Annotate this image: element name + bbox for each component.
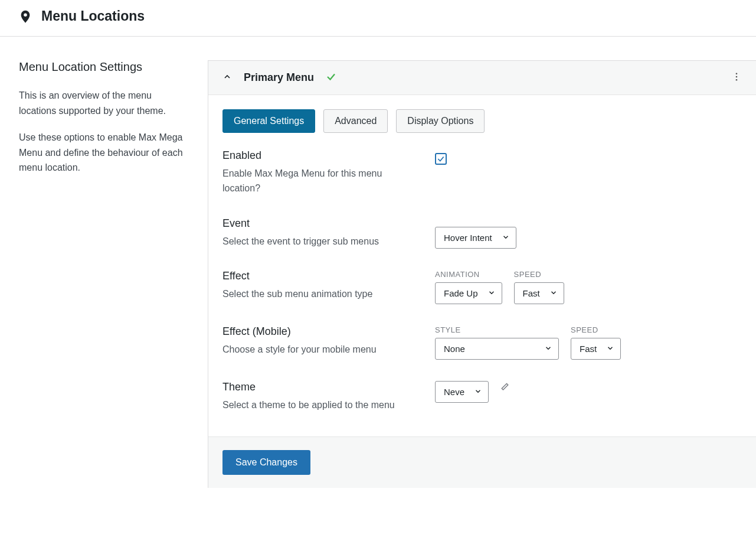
effect-speed-select[interactable]: Fast: [514, 282, 564, 304]
svg-point-3: [736, 79, 738, 81]
accordion-header[interactable]: Primary Menu: [208, 61, 756, 95]
theme-select[interactable]: Neve: [435, 381, 489, 403]
field-desc-theme: Select a theme to be applied to the menu: [222, 398, 417, 413]
field-desc-effect: Select the sub menu animation type: [222, 287, 417, 302]
speed-label: SPEED: [514, 270, 564, 279]
more-vertical-icon[interactable]: [731, 71, 742, 84]
event-select[interactable]: Hover Intent: [435, 227, 516, 249]
mobile-style-value: None: [444, 344, 465, 354]
location-pin-icon: [19, 10, 32, 23]
svg-point-1: [736, 73, 738, 74]
field-title-enabled: Enabled: [222, 149, 417, 162]
chevron-down-icon: [474, 387, 482, 397]
row-enabled: Enabled Enable Max Mega Menu for this me…: [222, 149, 742, 196]
svg-point-0: [24, 13, 27, 17]
check-icon: [326, 71, 336, 84]
tab-display-options[interactable]: Display Options: [396, 109, 485, 133]
enabled-checkbox[interactable]: [435, 153, 447, 165]
field-title-effect: Effect: [222, 270, 417, 282]
mobile-speed-value: Fast: [580, 344, 597, 354]
field-desc-event: Select the event to trigger sub menus: [222, 234, 417, 249]
page-title: Menu Locations: [41, 8, 145, 24]
animation-select[interactable]: Fade Up: [435, 282, 502, 304]
chevron-down-icon: [606, 344, 614, 354]
chevron-down-icon: [502, 233, 510, 243]
pencil-icon: [500, 381, 511, 393]
panel-footer: Save Changes: [208, 436, 756, 488]
save-button[interactable]: Save Changes: [222, 450, 310, 475]
sidebar-title: Menu Location Settings: [19, 60, 184, 74]
svg-point-2: [736, 76, 738, 78]
theme-select-value: Neve: [444, 387, 464, 397]
sidebar-desc-1: This is an overview of the menu location…: [19, 88, 184, 118]
animation-label: ANIMATION: [435, 270, 502, 279]
mobile-speed-label: SPEED: [571, 325, 621, 334]
field-desc-enabled: Enable Max Mega Menu for this menu locat…: [222, 167, 417, 196]
style-label: STYLE: [435, 325, 559, 334]
row-effect: Effect Select the sub menu animation typ…: [222, 270, 742, 304]
chevron-down-icon: [549, 288, 558, 298]
event-select-value: Hover Intent: [444, 233, 492, 243]
page-header: Menu Locations: [0, 0, 756, 37]
chevron-down-icon: [544, 344, 552, 354]
row-effect-mobile: Effect (Mobile) Choose a style for your …: [222, 325, 742, 360]
mobile-speed-select[interactable]: Fast: [571, 338, 621, 360]
tabs: General Settings Advanced Display Option…: [222, 109, 742, 133]
mobile-style-select[interactable]: None: [435, 338, 559, 360]
sidebar: Menu Location Settings This is an overvi…: [19, 60, 184, 488]
field-title-effect-mobile: Effect (Mobile): [222, 325, 417, 338]
field-title-theme: Theme: [222, 381, 417, 393]
row-event: Event Select the event to trigger sub me…: [222, 217, 742, 249]
chevron-up-icon: [222, 72, 232, 83]
sidebar-desc-2: Use these options to enable Max Mega Men…: [19, 130, 184, 175]
row-theme: Theme Select a theme to be applied to th…: [222, 381, 742, 413]
edit-theme-button[interactable]: [500, 381, 511, 397]
chevron-down-icon: [487, 288, 496, 298]
tab-advanced[interactable]: Advanced: [323, 109, 388, 133]
panel-body: General Settings Advanced Display Option…: [208, 95, 756, 436]
effect-speed-value: Fast: [523, 288, 540, 298]
main-panel: Primary Menu General Settings Advanced D…: [208, 60, 756, 488]
field-title-event: Event: [222, 217, 417, 230]
animation-select-value: Fade Up: [444, 288, 478, 298]
tab-general-settings[interactable]: General Settings: [222, 109, 315, 133]
field-desc-effect-mobile: Choose a style for your mobile menu: [222, 343, 417, 357]
accordion-title: Primary Menu: [244, 71, 314, 84]
